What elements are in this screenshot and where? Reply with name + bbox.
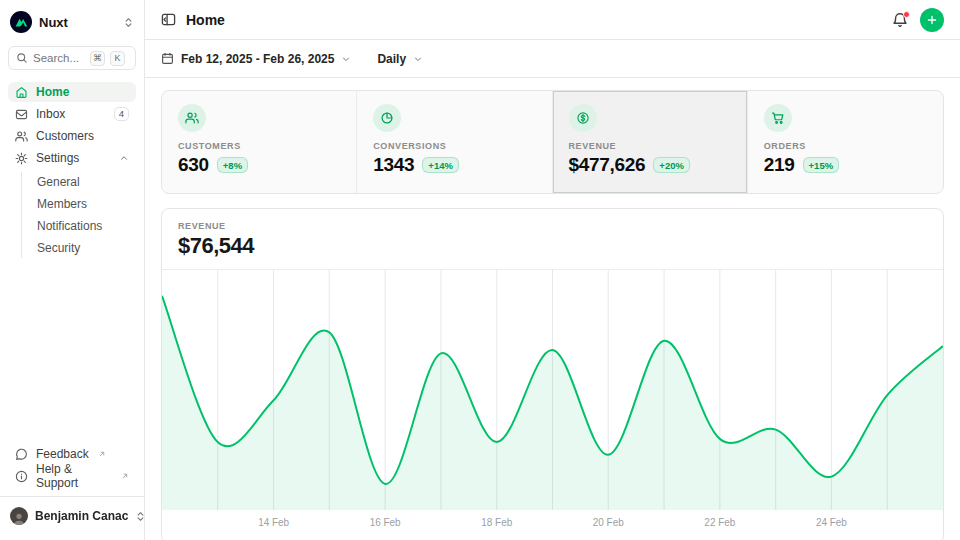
svg-text:14 Feb: 14 Feb [258,517,289,528]
search-input[interactable] [33,52,85,64]
plus-icon [926,14,938,26]
sidebar-footer: Feedback Help & Support Benjamin Canac [8,444,136,532]
sidebar-item-home[interactable]: Home [8,82,136,102]
svg-text:24 Feb: 24 Feb [816,517,847,528]
avatar [10,507,28,525]
gear-icon [15,152,28,165]
main-area: Home Feb 12, 2025 - Feb 26, 2025 Daily [145,0,960,540]
stat-value: 219 [764,154,795,176]
sub-item-label: Notifications [37,219,102,233]
stat-card-revenue[interactable]: REVENUE $477,626 +20% [553,91,748,193]
chevron-down-icon [341,54,351,64]
dashboard-content: CUSTOMERS 630 +8% CONVERSIONS 1343 +14% [145,78,960,540]
users-icon [178,104,206,132]
sub-item-label: Security [37,241,80,255]
sidebar-item-security[interactable]: Security [22,238,136,258]
stat-label: ORDERS [764,141,927,151]
stat-card-conversions[interactable]: CONVERSIONS 1343 +14% [357,91,552,193]
svg-text:20 Feb: 20 Feb [593,517,624,528]
chart-kpi-label: REVENUE [178,221,927,231]
search-icon [16,52,28,64]
kbd-k: K [110,51,125,66]
circle-dollar-icon [569,104,597,132]
inbox-count-badge: 4 [114,107,129,121]
stat-value: 1343 [373,154,414,176]
sidebar-item-label: Settings [36,151,79,165]
toolbar: Feb 12, 2025 - Feb 26, 2025 Daily [145,40,960,78]
shopping-cart-icon [764,104,792,132]
sidebar-item-general[interactable]: General [22,172,136,192]
sub-item-label: Members [37,197,87,211]
sidebar-item-members[interactable]: Members [22,194,136,214]
sidebar-item-help-support[interactable]: Help & Support [8,466,136,486]
settings-submenu: General Members Notifications Security [21,172,136,258]
stat-card-orders[interactable]: ORDERS 219 +15% [748,91,943,193]
svg-text:16 Feb: 16 Feb [370,517,401,528]
chevron-down-icon [413,54,423,64]
date-range-picker[interactable]: Feb 12, 2025 - Feb 26, 2025 [161,52,351,66]
nuxt-logo-icon [10,11,32,33]
home-icon [15,86,28,99]
collapse-sidebar-icon[interactable] [161,12,176,27]
users-icon [15,130,28,143]
info-circle-icon [15,470,28,483]
sub-item-label: General [37,175,80,189]
workspace-switcher[interactable]: Nuxt [10,10,134,34]
workspace-name: Nuxt [39,15,68,30]
granularity-select[interactable]: Daily [377,52,423,66]
pie-chart-icon [373,104,401,132]
stat-label: CONVERSIONS [373,141,535,151]
sidebar-item-label: Feedback [36,447,89,461]
main-header: Home [145,0,960,40]
sidebar: Nuxt ⌘ K Home Inbox 4 [0,0,145,540]
sidebar-item-label: Customers [36,129,94,143]
notification-dot [903,11,910,18]
sidebar-item-inbox[interactable]: Inbox 4 [8,104,136,124]
sidebar-item-feedback[interactable]: Feedback [8,444,136,464]
calendar-icon [161,52,174,65]
user-section: Benjamin Canac [0,496,144,532]
sidebar-item-notifications[interactable]: Notifications [22,216,136,236]
chevron-up-icon [119,153,129,163]
stats-row: CUSTOMERS 630 +8% CONVERSIONS 1343 +14% [161,90,944,194]
add-button[interactable] [920,8,944,32]
sidebar-nav: Home Inbox 4 Customers Settings Genera [8,82,136,258]
svg-text:22 Feb: 22 Feb [704,517,735,528]
sidebar-item-customers[interactable]: Customers [8,126,136,146]
svg-text:18 Feb: 18 Feb [481,517,512,528]
sidebar-item-label: Home [36,85,69,99]
chat-bubble-icon [15,448,28,461]
sidebar-item-settings[interactable]: Settings [8,148,136,168]
page-title: Home [186,12,225,28]
external-link-icon [98,450,106,458]
chevron-up-down-icon [135,511,146,522]
chart-header: REVENUE $76,544 [162,209,943,270]
stat-delta-badge: +15% [803,157,840,173]
stat-delta-badge: +20% [653,157,690,173]
notifications-button[interactable] [892,12,908,28]
header-actions [892,8,944,32]
user-name: Benjamin Canac [35,509,128,523]
kbd-command: ⌘ [90,51,105,66]
sidebar-item-label: Inbox [36,107,65,121]
stat-delta-badge: +14% [422,157,459,173]
stat-label: CUSTOMERS [178,141,340,151]
stat-delta-badge: +8% [217,157,248,173]
sidebar-item-label: Help & Support [36,462,112,490]
stat-value: 630 [178,154,209,176]
user-menu[interactable]: Benjamin Canac [8,504,136,528]
date-range-label: Feb 12, 2025 - Feb 26, 2025 [181,52,334,66]
inbox-icon [15,108,28,121]
chart-kpi-value: $76,544 [178,233,927,259]
revenue-area-chart: 14 Feb16 Feb18 Feb20 Feb22 Feb24 Feb [162,270,943,532]
stat-value: $477,626 [569,154,646,176]
revenue-chart-card: REVENUE $76,544 14 Feb16 Feb18 Feb20 Feb… [161,208,944,540]
chevron-up-down-icon [123,17,134,28]
stat-label: REVENUE [569,141,731,151]
stat-card-customers[interactable]: CUSTOMERS 630 +8% [162,91,357,193]
granularity-label: Daily [377,52,406,66]
search-input-wrapper[interactable]: ⌘ K [8,46,136,70]
external-link-icon [121,472,129,480]
